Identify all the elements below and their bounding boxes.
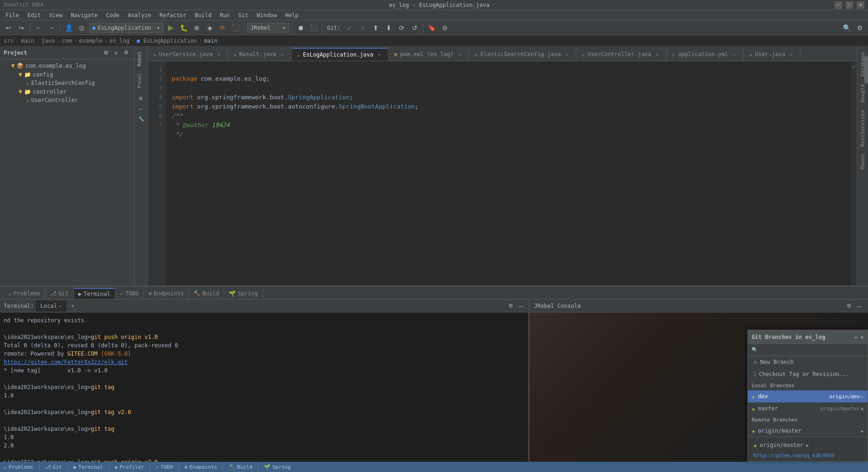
status-problems[interactable]: ⚠ Problems [4, 464, 33, 470]
menu-build[interactable]: Build [191, 11, 215, 19]
stop-button[interactable]: ⬛ [308, 22, 319, 33]
undo-button[interactable]: ↩ [3, 22, 14, 33]
menu-edit[interactable]: Edit [24, 11, 45, 19]
sidebar-item-com-example[interactable]: ▼ 📦 com.example.es_log [0, 61, 134, 70]
redo-button[interactable]: ↪ [16, 22, 27, 33]
menu-navigate[interactable]: Navigate [67, 11, 102, 19]
breadcrumb-example[interactable]: example [79, 38, 103, 44]
coverage-button[interactable]: ⊕ [191, 22, 202, 33]
tab-terminal[interactable]: ▶ Terminal [74, 288, 116, 299]
sidebar-sort-btn[interactable]: ≡ [112, 49, 120, 57]
tab-elasticsearchconfig[interactable]: ☕ ElasticSearchConfig.java ✕ [469, 48, 576, 61]
database-tab[interactable]: Database [858, 48, 868, 80]
settings-button[interactable]: ⚙ [854, 22, 865, 33]
tab-close-pom[interactable]: ✕ [457, 51, 463, 57]
location-button[interactable]: ◎ [76, 22, 87, 33]
branch-dev[interactable]: ★ dev origin/dev ▶ [748, 390, 868, 402]
status-spring[interactable]: 🌱 Spring [264, 464, 291, 470]
menu-refactor[interactable]: Refactor [156, 11, 190, 19]
close-branches-btn[interactable]: ✕ [861, 334, 864, 340]
run-button[interactable]: ▶ [165, 22, 176, 33]
sidebar-icon-btn[interactable]: ⊞ [102, 49, 110, 57]
breadcrumb-class[interactable]: ● EsLogApplication [137, 38, 197, 44]
status-todo[interactable]: ✓ TODO [156, 464, 173, 470]
menu-view[interactable]: View [45, 11, 66, 19]
tab-git[interactable]: ⎇ Git [45, 288, 74, 299]
tab-todo[interactable]: ✓ TODO [116, 288, 144, 299]
close-button[interactable]: ✕ [857, 1, 864, 9]
tab-close-userctrl[interactable]: ✕ [654, 51, 661, 57]
tab-close-elasticsearch[interactable]: ✕ [564, 51, 570, 57]
git-push-up[interactable]: ↑ [357, 22, 368, 33]
google-tab[interactable]: Google [858, 80, 868, 106]
terminal-tab-new[interactable]: + [66, 300, 79, 312]
sidebar-item-controller[interactable]: ▼ 📁 controller [0, 87, 134, 96]
rebel-stop[interactable]: ⬛ [230, 22, 241, 33]
tab-result[interactable]: ☕ Result.java ✕ [228, 48, 291, 61]
tab-problems[interactable]: ⚠ Problems [4, 288, 45, 299]
jrebel-minimize-btn[interactable]: — [855, 302, 863, 310]
panel-settings-btn[interactable]: ⚙ [136, 94, 146, 103]
panel-expand-btn[interactable]: 🔧 [136, 114, 146, 123]
tab-eslogapplication[interactable]: ☕ EsLogApplication.java ✕ [291, 48, 388, 61]
sidebar-settings-btn[interactable]: ⚙ [122, 49, 130, 57]
maximize-button[interactable]: □ [846, 1, 853, 9]
tab-close-user[interactable]: ✕ [788, 51, 794, 57]
git-up[interactable]: ⬆ [370, 22, 381, 33]
git-check[interactable]: ✓ [344, 22, 355, 33]
rebel-tab[interactable]: Rebel [135, 48, 147, 69]
menu-run[interactable]: Run [216, 11, 234, 19]
tab-build[interactable]: 🔨 Build [189, 288, 224, 299]
status-git[interactable]: ⎇ Git [45, 464, 62, 470]
back-button[interactable]: ← [33, 22, 44, 33]
no-button[interactable]: ⊘ [439, 22, 450, 33]
git-search-input[interactable] [760, 347, 864, 353]
status-profiler[interactable]: ◈ Profiler [115, 464, 144, 470]
terminal-minimize-btn[interactable]: — [517, 302, 525, 310]
profile-button[interactable]: ◈ [204, 22, 215, 33]
branch-master[interactable]: ★ master origin/master ▶ [748, 402, 868, 415]
breadcrumb-method[interactable]: main [204, 38, 218, 44]
tab-close-eslog[interactable]: ✕ [376, 51, 383, 58]
sidebar-item-config[interactable]: ▼ 📁 config [0, 70, 134, 79]
breadcrumb-es_log[interactable]: es_log [109, 38, 129, 44]
tab-userservice[interactable]: ☕ UserService.java ✕ [148, 48, 228, 61]
run-config-dropdown[interactable]: ● EsLogApplication ▾ [89, 23, 163, 33]
user-icon[interactable]: 👤 [63, 22, 74, 33]
checkout-tag-action[interactable]: ⤵ Checkout Tag or Revision... [748, 368, 868, 380]
breadcrumb-com[interactable]: com [62, 38, 72, 44]
menu-window[interactable]: Window [253, 11, 280, 19]
menu-help[interactable]: Help [282, 11, 302, 19]
debug-button[interactable]: 🐛 [178, 22, 189, 33]
tab-close-result[interactable]: ✕ [279, 51, 285, 57]
breadcrumb-java[interactable]: java [41, 38, 55, 44]
terminal-tab-local[interactable]: Local ✕ [36, 300, 66, 312]
tab-spring[interactable]: 🌱 Spring [224, 288, 263, 299]
terminal-output[interactable]: nd the repository exists. \idea2021works… [0, 313, 529, 462]
breadcrumb-src[interactable]: src [4, 38, 14, 44]
restservices-tab[interactable]: RestServices [858, 106, 868, 150]
remote-sub-origin-master[interactable]: ★ origin/master ▶ [748, 439, 868, 451]
tab-pom[interactable]: m pom.xml (es_log) ✕ [389, 48, 469, 61]
panel-tab[interactable]: Panel [135, 70, 147, 91]
sidebar-item-usercontroller[interactable]: ☕ UserController [0, 96, 134, 104]
edit-branch-btn[interactable]: ✏ [855, 334, 858, 340]
forward-button[interactable]: → [46, 22, 57, 33]
maven-tab[interactable]: Maven [858, 150, 868, 173]
code-content[interactable]: package com.example.es_log; import org.s… [166, 61, 857, 286]
tab-close-yaml[interactable]: ✕ [731, 51, 738, 57]
menu-file[interactable]: File [2, 11, 23, 19]
tab-usercontroller[interactable]: ☕ UserController.java ✕ [576, 48, 667, 61]
git-rollback[interactable]: ↺ [409, 22, 420, 33]
minimize-button[interactable]: ─ [835, 1, 842, 9]
status-terminal[interactable]: ▶ Terminal [73, 464, 103, 470]
bookmark-button[interactable]: 🔖 [426, 22, 437, 33]
gitee-link-1[interactable]: https://gitee.com/FetterXxZzz/elk.git [4, 359, 128, 365]
menu-analyze[interactable]: Analyze [124, 11, 155, 19]
breadcrumb-main[interactable]: main [21, 38, 34, 44]
menu-git[interactable]: Git [235, 11, 252, 19]
jrebel-dropdown[interactable]: JRebel ▾ [247, 23, 289, 33]
panel-minimize-btn[interactable]: — [136, 104, 146, 113]
search-button[interactable]: 🔍 [841, 22, 852, 33]
menu-code[interactable]: Code [103, 11, 123, 19]
